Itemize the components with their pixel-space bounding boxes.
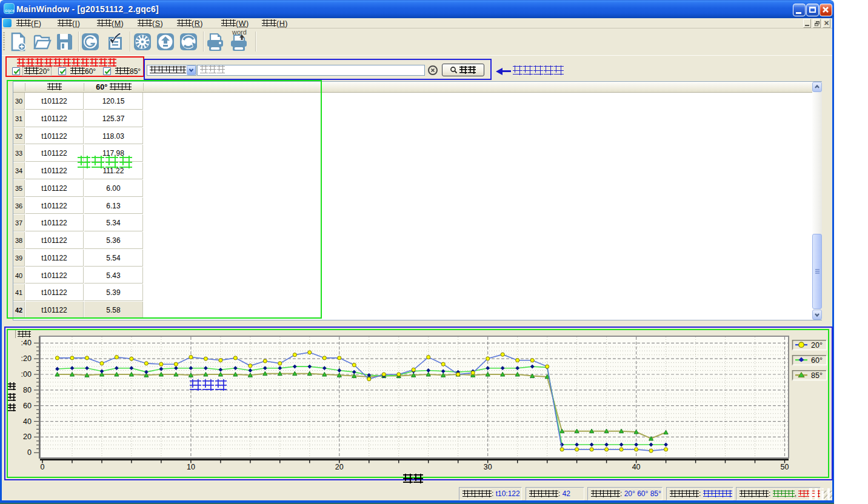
svg-text:0: 0 <box>41 463 45 471</box>
svg-text:40: 40 <box>23 417 32 426</box>
svg-text:60°: 60° <box>811 356 823 365</box>
svg-text:60: 60 <box>23 402 32 410</box>
svg-text:20: 20 <box>335 463 344 471</box>
svg-text:30: 30 <box>484 463 492 471</box>
svg-text:85°: 85° <box>811 371 823 380</box>
svg-text::20: :20 <box>21 354 32 363</box>
svg-text:40: 40 <box>632 463 641 471</box>
svg-text:50: 50 <box>781 463 789 471</box>
svg-text:80: 80 <box>23 386 32 394</box>
svg-text:10: 10 <box>187 463 195 471</box>
svg-text:0: 0 <box>27 448 32 457</box>
svg-text:20°: 20° <box>811 341 823 350</box>
svg-text:20: 20 <box>23 433 32 441</box>
svg-text::00: :00 <box>21 370 32 379</box>
svg-text::40: :40 <box>21 339 32 347</box>
